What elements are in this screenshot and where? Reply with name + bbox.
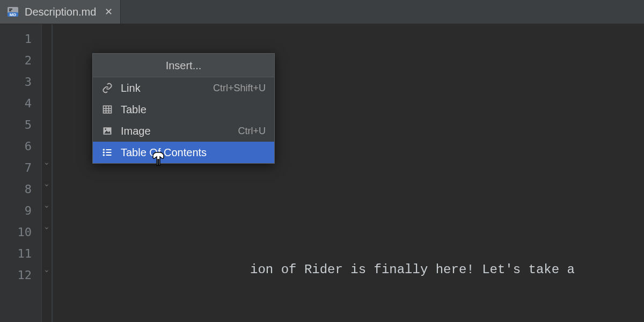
fold-mark-icon[interactable]: ⌄	[43, 159, 50, 165]
svg-rect-5	[104, 106, 112, 113]
code-text: ion of Rider is finally here! Let's take…	[250, 262, 582, 277]
popup-item-image[interactable]: Image Ctrl+U	[93, 120, 274, 142]
file-tab[interactable]: MD Description.md ✕	[0, 0, 121, 24]
popup-item-label: Image	[121, 125, 230, 137]
svg-rect-4	[9, 10, 11, 11]
line-number: 11	[0, 243, 41, 265]
popup-item-label: Table Of Contents	[121, 147, 258, 159]
popup-item-shortcut: Ctrl+U	[238, 126, 266, 137]
svg-rect-3	[9, 9, 12, 10]
line-number: 2	[0, 50, 41, 71]
line-number: 10	[0, 222, 41, 243]
line-number: 8	[0, 179, 41, 200]
svg-text:MD: MD	[10, 12, 17, 17]
line-number: 9	[0, 200, 41, 222]
line-number: 4	[0, 93, 41, 114]
close-tab-icon[interactable]: ✕	[105, 6, 113, 18]
markdown-file-icon: MD	[6, 5, 19, 18]
popup-item-shortcut: Ctrl+Shift+U	[213, 83, 266, 94]
insert-popup: Insert... Link Ctrl+Shift+U Table	[92, 53, 275, 164]
image-icon	[101, 125, 113, 137]
line-number: 6	[0, 136, 41, 157]
fold-mark-icon[interactable]: ⌄	[43, 266, 50, 273]
popup-item-table[interactable]: Table	[93, 99, 274, 120]
tab-label: Description.md	[25, 6, 96, 18]
line-number: 12	[0, 265, 41, 286]
line-number-gutter: 1 2 3 4 5 6 7 8 9 10 11 12	[0, 24, 42, 322]
toc-icon	[101, 147, 113, 158]
fold-mark-icon[interactable]: ⌄	[43, 202, 50, 208]
popup-item-link[interactable]: Link Ctrl+Shift+U	[93, 77, 274, 99]
fold-strip: ⌄ ⌄ ⌄ ⌄ ⌄	[42, 24, 52, 322]
fold-mark-icon[interactable]: ⌄	[43, 223, 50, 230]
line-number: 7	[0, 157, 41, 179]
table-icon	[101, 104, 113, 115]
popup-item-toc[interactable]: Table Of Contents	[93, 142, 274, 163]
svg-point-18	[104, 155, 105, 156]
popup-title: Insert...	[93, 54, 274, 77]
popup-item-label: Table	[121, 104, 258, 116]
svg-point-17	[104, 152, 105, 153]
line-number: 3	[0, 71, 41, 93]
line-number: 1	[0, 28, 41, 50]
tab-bar: MD Description.md ✕	[0, 0, 644, 24]
link-icon	[101, 82, 113, 94]
svg-point-16	[104, 149, 105, 150]
line-number: 5	[0, 114, 41, 136]
popup-item-label: Link	[121, 82, 206, 94]
svg-point-12	[105, 128, 106, 130]
fold-mark-icon[interactable]: ⌄	[43, 180, 50, 187]
